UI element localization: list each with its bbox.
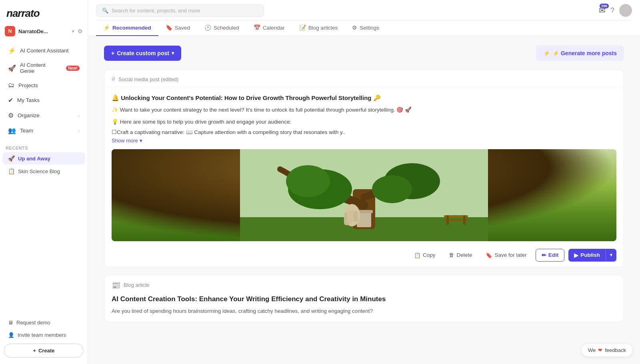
post-type-label: Social media post (edited) (118, 76, 178, 82)
sidebar: narrato N NarratoDe... ▾ ⚙ ⚡ AI Content … (0, 0, 88, 364)
sidebar-item-team[interactable]: 👥 Team › (2, 123, 85, 138)
sidebar-item-ai-content-genie[interactable]: 🚀 AI Content Genie New! (2, 58, 85, 78)
invite-team-link[interactable]: 👤 Invite team members (4, 329, 84, 341)
feedback-bar[interactable]: We ❤ feedback (581, 344, 633, 357)
tab-settings[interactable]: ⚙ Settings (345, 20, 386, 36)
workspace-selector[interactable]: N NarratoDe... ▾ ⚙ (0, 24, 88, 41)
edit-label: Edit (548, 252, 559, 258)
lightning-icon: ⚡ (543, 50, 550, 56)
invite-team-label: Invite team members (18, 332, 66, 338)
tab-label: Saved (175, 25, 190, 31)
lightning-tab-icon: ⚡ (103, 24, 110, 31)
tab-scheduled[interactable]: 🕐 Scheduled (197, 20, 246, 36)
search-icon: 🔍 (102, 8, 108, 14)
save-for-later-button[interactable]: 🔖 Save for later (481, 249, 531, 261)
post-tips: 💡 Here are some tips to help you drive g… (112, 118, 616, 125)
create-post-label: Create custom post (117, 50, 169, 56)
gear-tab-icon: ⚙ (352, 24, 357, 31)
tab-recommended[interactable]: ⚡ Recommended (96, 20, 158, 36)
tab-saved[interactable]: 🔖 Saved (158, 20, 197, 36)
tab-label: Settings (360, 25, 379, 31)
help-icon[interactable]: ? (610, 6, 614, 15)
create-button[interactable]: + Create (4, 344, 84, 358)
delete-button[interactable]: 🗑 Delete (444, 249, 477, 261)
sidebar-item-label: Organize (18, 112, 40, 118)
content-area: + Create custom post ▾ ⚡ ⚡ Generate more… (88, 36, 640, 364)
card-actions: 📋 Copy 🗑 Delete 🔖 Save for later ✏ Edit (104, 243, 624, 267)
sidebar-item-ai-content-assistant[interactable]: ⚡ AI Content Assistant (2, 43, 85, 58)
generate-label: ⚡ Generate more posts (552, 50, 617, 56)
blog-type-label: Blog article (124, 282, 149, 288)
publish-main[interactable]: ▶ Publish (568, 249, 606, 262)
app-logo: narrato (0, 0, 88, 24)
chevron-right-icon: › (78, 113, 80, 118)
sidebar-item-label: AI Content Genie (20, 62, 60, 74)
tab-label: Scheduled (214, 25, 239, 31)
rocket-icon: 🚀 (8, 64, 16, 72)
document-tab-icon: 📝 (299, 24, 306, 31)
publish-button[interactable]: ▶ Publish ▾ (568, 249, 616, 262)
plus-icon: + (33, 348, 36, 354)
check-icon: ✔ (8, 96, 13, 104)
copy-button[interactable]: 📋 Copy (409, 249, 440, 261)
delete-label: Delete (456, 252, 472, 258)
hash-icon: # (112, 76, 115, 83)
post-item-text: ☐Craft a captivating narrative: 📖 Captur… (112, 129, 345, 135)
svg-rect-14 (354, 211, 358, 222)
workspace-name: NarratoDe... (18, 28, 69, 34)
request-demo-link[interactable]: 🖥 Request demo (4, 316, 84, 329)
copy-icon: 📋 (414, 252, 421, 258)
post-lead: ✨ Want to take your content strategy to … (112, 106, 616, 114)
feedback-label: We (588, 347, 596, 353)
social-media-post-card: # Social media post (edited) 🔔 Unlocking… (104, 70, 624, 268)
blog-article-card: 📰 Blog article AI Content Creation Tools… (104, 275, 624, 322)
search-placeholder: Search for content, projects, and more (112, 8, 200, 14)
edit-button[interactable]: ✏ Edit (536, 249, 565, 262)
copy-label: Copy (423, 252, 436, 258)
header-icons: ✉ 296 ? (599, 4, 632, 17)
recent-item-up-and-away[interactable]: 🚀 Up and Away (2, 152, 85, 164)
svg-rect-17 (446, 215, 449, 225)
mail-button[interactable]: ✉ 296 (599, 6, 606, 15)
show-more-button[interactable]: Show more ▾ (112, 138, 616, 144)
heart-icon: ❤ (598, 347, 602, 353)
sidebar-item-label: My Tasks (17, 97, 40, 103)
tab-calendar[interactable]: 📅 Calendar (246, 20, 292, 36)
header-top: 🔍 Search for content, projects, and more… (96, 0, 632, 20)
chevron-right-icon: › (78, 128, 80, 133)
blog-description: Are you tired of spending hours brainsto… (104, 307, 624, 322)
create-custom-post-button[interactable]: + Create custom post ▾ (104, 46, 181, 61)
sidebar-item-label: AI Content Assistant (20, 48, 69, 54)
post-image-inner (112, 149, 616, 241)
tab-label: Blog articles (308, 25, 338, 31)
app-header: 🔍 Search for content, projects, and more… (88, 0, 640, 36)
chevron-down-icon: ▾ (172, 50, 174, 56)
post-title: 🔔 Unlocking Your Content's Potential: Ho… (112, 94, 616, 102)
sidebar-item-my-tasks[interactable]: ✔ My Tasks (2, 93, 85, 108)
sidebar-bottom: 🖥 Request demo 👤 Invite team members + C… (0, 312, 88, 364)
blog-icon: 📰 (112, 281, 120, 290)
gear-icon[interactable]: ⚙ (78, 28, 83, 34)
generate-more-posts-button[interactable]: ⚡ ⚡ Generate more posts (536, 46, 624, 61)
sidebar-item-projects[interactable]: 🗂 Projects (2, 78, 85, 92)
organize-icon: ⚙ (8, 112, 14, 119)
recents-label: Recents (0, 140, 88, 152)
sidebar-item-organize[interactable]: ⚙ Organize › (2, 108, 85, 123)
show-more-label: Show more (112, 138, 138, 144)
svg-rect-18 (463, 215, 466, 225)
chevron-down-icon: ▾ (140, 138, 142, 144)
tree-svg (112, 149, 616, 241)
publish-chevron-icon[interactable]: ▾ (606, 249, 616, 261)
recent-item-skin-science-blog[interactable]: 📋 Skin Science Blog (2, 165, 85, 177)
header-tabs: ⚡ Recommended 🔖 Saved 🕐 Scheduled 📅 Cale… (96, 20, 632, 36)
person-add-icon: 👤 (8, 332, 14, 338)
recent-item-label: Up and Away (18, 156, 50, 162)
sidebar-nav: ⚡ AI Content Assistant 🚀 AI Content Geni… (0, 41, 88, 140)
plus-icon: + (111, 50, 114, 56)
user-avatar[interactable] (619, 4, 632, 17)
chevron-down-icon: ▾ (72, 29, 74, 34)
request-demo-label: Request demo (16, 320, 50, 326)
tab-blog-articles[interactable]: 📝 Blog articles (292, 20, 345, 36)
bookmark-icon: 🔖 (486, 252, 492, 258)
search-box[interactable]: 🔍 Search for content, projects, and more (96, 4, 264, 17)
